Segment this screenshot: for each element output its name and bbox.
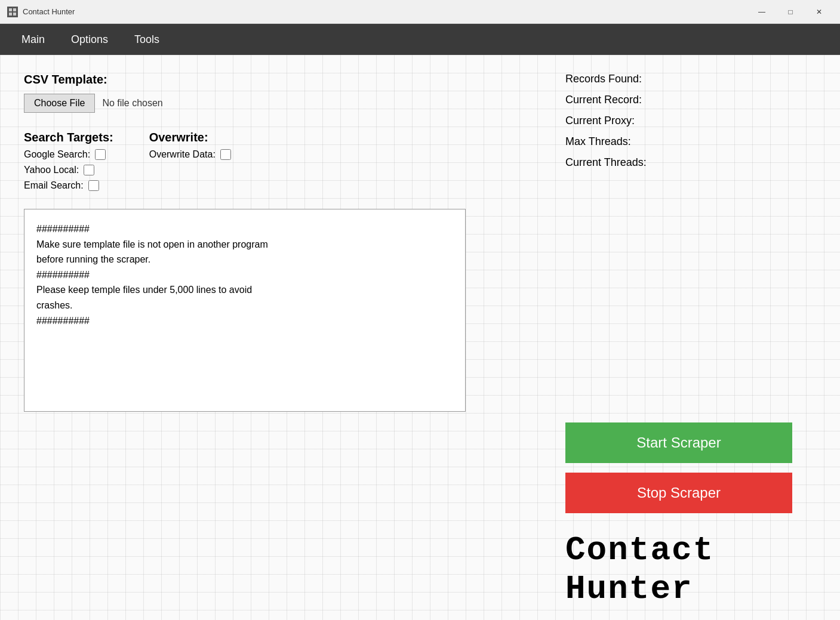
title-bar-left: Contact Hunter — [7, 7, 75, 17]
app-icon — [7, 7, 18, 17]
svg-rect-0 — [9, 8, 12, 11]
current-record-row: Current Record: — [565, 94, 816, 106]
overwrite-data-checkbox[interactable] — [220, 149, 231, 160]
email-search-checkbox[interactable] — [88, 180, 99, 191]
info-box: ##########Make sure template file is not… — [24, 209, 466, 412]
maximize-button[interactable]: □ — [777, 3, 804, 21]
main-content: CSV Template: Choose File No file chosen… — [0, 55, 840, 620]
stop-scraper-button[interactable]: Stop Scraper — [565, 473, 792, 513]
yahoo-local-row: Yahoo Local: — [24, 165, 113, 175]
buttons-section: Start Scraper Stop Scraper — [565, 411, 816, 513]
svg-rect-2 — [9, 13, 12, 16]
no-file-text: No file chosen — [102, 98, 162, 109]
yahoo-local-checkbox[interactable] — [84, 165, 94, 175]
info-line-4: Please keep temple files under 5,000 lin… — [36, 285, 252, 295]
email-search-label: Email Search: — [24, 180, 84, 191]
current-proxy-label: Current Proxy: — [565, 115, 635, 127]
csv-section: CSV Template: Choose File No file chosen — [24, 73, 518, 113]
google-search-label: Google Search: — [24, 149, 90, 160]
max-threads-row: Max Threads: — [565, 135, 816, 148]
info-line-5: crashes. — [36, 300, 72, 310]
info-line-2: before running the scraper. — [36, 254, 150, 264]
svg-rect-1 — [13, 8, 16, 11]
yahoo-local-label: Yahoo Local: — [24, 165, 79, 175]
search-targets-col: Search Targets: Google Search: Yahoo Loc… — [24, 131, 113, 191]
choose-file-button[interactable]: Choose File — [24, 94, 95, 113]
window-title: Contact Hunter — [23, 7, 75, 16]
current-threads-label: Current Threads: — [565, 156, 647, 168]
menu-item-options[interactable]: Options — [59, 29, 120, 51]
info-line-6: ########## — [36, 316, 90, 326]
file-input-row: Choose File No file chosen — [24, 94, 518, 113]
overwrite-data-label: Overwrite Data: — [149, 149, 216, 160]
right-panel: Records Found: Current Record: Current P… — [541, 55, 840, 620]
info-line-1: Make sure template file is not open in a… — [36, 239, 268, 249]
title-bar: Contact Hunter — □ ✕ — [0, 0, 840, 24]
overwrite-data-row: Overwrite Data: — [149, 149, 231, 160]
csv-template-label: CSV Template: — [24, 73, 518, 87]
logo-section: Contact Hunter — [565, 531, 816, 608]
info-line-3: ########## — [36, 270, 90, 280]
window-controls: — □ ✕ — [748, 3, 833, 21]
minimize-button[interactable]: — — [748, 3, 776, 21]
logo-line1: Contact — [565, 531, 714, 569]
current-proxy-row: Current Proxy: — [565, 115, 816, 127]
search-targets-label: Search Targets: — [24, 131, 113, 144]
left-panel: CSV Template: Choose File No file chosen… — [0, 55, 541, 620]
max-threads-label: Max Threads: — [565, 135, 631, 147]
svg-rect-3 — [13, 13, 16, 16]
current-threads-row: Current Threads: — [565, 156, 816, 169]
menu-item-main[interactable]: Main — [10, 29, 57, 51]
records-found-label: Records Found: — [565, 73, 642, 85]
overwrite-label: Overwrite: — [149, 131, 231, 144]
logo-line2: Hunter — [565, 570, 693, 608]
records-found-row: Records Found: — [565, 73, 816, 85]
menu-bar: Main Options Tools — [0, 24, 840, 55]
menu-item-tools[interactable]: Tools — [122, 29, 171, 51]
email-search-row: Email Search: — [24, 180, 113, 191]
targets-overwrite-row: Search Targets: Google Search: Yahoo Loc… — [24, 131, 518, 191]
close-button[interactable]: ✕ — [805, 3, 833, 21]
logo-text: Contact Hunter — [565, 531, 816, 608]
info-line-0: ########## — [36, 224, 90, 234]
current-record-label: Current Record: — [565, 94, 642, 106]
start-scraper-button[interactable]: Start Scraper — [565, 422, 792, 463]
google-search-checkbox[interactable] — [95, 149, 106, 160]
google-search-row: Google Search: — [24, 149, 113, 160]
stats-section: Records Found: Current Record: Current P… — [565, 73, 816, 169]
overwrite-col: Overwrite: Overwrite Data: — [149, 131, 231, 191]
